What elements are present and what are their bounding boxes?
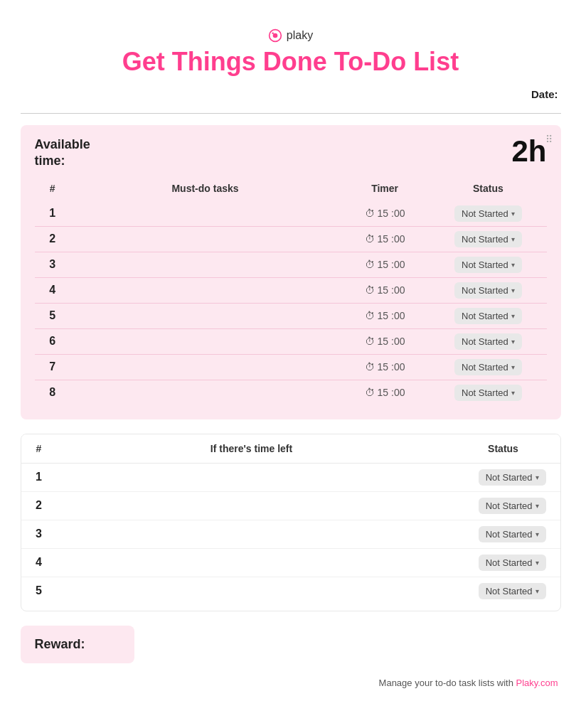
tl-task-cell[interactable]	[57, 577, 447, 605]
must-do-task-cell[interactable]	[70, 380, 340, 405]
must-do-timer-cell: ⏱ 15 :00	[340, 201, 430, 227]
time-left-row: 3 Not Started ▾	[21, 520, 560, 548]
status-badge[interactable]: Not Started ▾	[454, 385, 522, 401]
grid-icon: ⠿	[545, 134, 553, 145]
must-do-table: # Must-do tasks Timer Status 1 ⏱ 15 :00 …	[35, 178, 547, 405]
col-timer: Timer	[340, 178, 430, 201]
must-do-row: 5 ⏱ 15 :00 Not Started ▾	[35, 303, 547, 328]
must-do-task-cell[interactable]	[70, 277, 340, 303]
dropdown-arrow-icon: ▾	[511, 312, 515, 320]
must-do-row-num: 7	[35, 354, 71, 380]
tl-status-cell: Not Started ▾	[447, 491, 560, 520]
tl-dropdown-arrow-icon: ▾	[535, 530, 539, 538]
tl-dropdown-arrow-icon: ▾	[535, 473, 539, 481]
tl-task-cell[interactable]	[57, 548, 447, 577]
status-badge[interactable]: Not Started ▾	[454, 282, 522, 299]
tl-status-cell: Not Started ▾	[447, 520, 560, 548]
status-badge[interactable]: Not Started ▾	[454, 231, 522, 247]
status-badge[interactable]: Not Started ▾	[454, 333, 522, 350]
available-time-label: Available time:	[35, 136, 90, 170]
tl-status-badge[interactable]: Not Started ▾	[479, 498, 546, 514]
tl-dropdown-arrow-icon: ▾	[535, 587, 539, 595]
must-do-task-cell[interactable]	[70, 226, 340, 252]
dropdown-arrow-icon: ▾	[511, 338, 515, 346]
tl-status-badge[interactable]: Not Started ▾	[479, 469, 546, 486]
time-left-row: 1 Not Started ▾	[21, 463, 560, 491]
logo-area: plaky	[21, 28, 561, 43]
tl-dropdown-arrow-icon: ▾	[535, 502, 539, 510]
tl-status-badge[interactable]: Not Started ▾	[479, 526, 546, 542]
must-do-timer-cell: ⏱ 15 :00	[340, 226, 430, 252]
must-do-row-num: 8	[35, 380, 71, 405]
tl-status-badge[interactable]: Not Started ▾	[479, 583, 546, 599]
status-text: Not Started	[462, 362, 508, 373]
tl-row-num: 3	[21, 520, 57, 548]
must-do-status-cell: Not Started ▾	[430, 252, 546, 277]
must-do-task-cell[interactable]	[70, 328, 340, 354]
tl-task-cell[interactable]	[57, 463, 447, 491]
dropdown-arrow-icon: ▾	[511, 389, 515, 397]
must-do-status-cell: Not Started ▾	[430, 277, 546, 303]
must-do-status-cell: Not Started ▾	[430, 303, 546, 328]
tl-status-text: Not Started	[486, 472, 533, 483]
footer-link[interactable]: Plaky.com	[516, 678, 558, 688]
status-text: Not Started	[462, 234, 508, 245]
status-badge[interactable]: Not Started ▾	[454, 359, 522, 375]
must-do-task-cell[interactable]	[70, 354, 340, 380]
must-do-row: 4 ⏱ 15 :00 Not Started ▾	[35, 277, 547, 303]
must-do-timer-cell: ⏱ 15 :00	[340, 303, 430, 328]
time-left-row: 5 Not Started ▾	[21, 577, 560, 605]
dropdown-arrow-icon: ▾	[511, 210, 515, 218]
tl-task-cell[interactable]	[57, 491, 447, 520]
must-do-row-num: 3	[35, 252, 71, 277]
tl-row-num: 4	[21, 548, 57, 577]
col-status: Status	[430, 178, 546, 201]
must-do-row: 8 ⏱ 15 :00 Not Started ▾	[35, 380, 547, 405]
tl-row-num: 5	[21, 577, 57, 605]
must-do-row-num: 1	[35, 201, 71, 227]
time-left-row: 2 Not Started ▾	[21, 491, 560, 520]
must-do-row: 6 ⏱ 15 :00 Not Started ▾	[35, 328, 547, 354]
must-do-task-cell[interactable]	[70, 201, 340, 227]
must-do-row-num: 6	[35, 328, 71, 354]
tl-status-text: Not Started	[486, 586, 533, 596]
must-do-row-num: 2	[35, 226, 71, 252]
must-do-timer-cell: ⏱ 15 :00	[340, 380, 430, 405]
tl-status-cell: Not Started ▾	[447, 548, 560, 577]
tl-task-cell[interactable]	[57, 520, 447, 548]
must-do-status-cell: Not Started ▾	[430, 226, 546, 252]
col-tasks: Must-do tasks	[70, 178, 340, 201]
dropdown-arrow-icon: ▾	[511, 235, 515, 243]
must-do-timer-cell: ⏱ 15 :00	[340, 252, 430, 277]
tl-row-num: 1	[21, 463, 57, 491]
status-text: Not Started	[462, 259, 508, 270]
header: plaky Get Things Done To-Do List Date:	[21, 14, 561, 113]
must-do-timer-cell: ⏱ 15 :00	[340, 328, 430, 354]
status-badge[interactable]: Not Started ▾	[454, 257, 522, 273]
svg-point-1	[272, 33, 277, 38]
main-title: Get Things Done To-Do List	[21, 47, 561, 77]
must-do-status-cell: Not Started ▾	[430, 380, 546, 405]
tl-col-status: Status	[447, 434, 560, 464]
must-do-section: ⠿ Available time: 2h # Must-do tasks Tim…	[21, 125, 561, 419]
tl-row-num: 2	[21, 491, 57, 520]
footer-text: Manage your to-do task lists with	[379, 678, 516, 688]
dropdown-arrow-icon: ▾	[511, 287, 515, 294]
must-do-status-cell: Not Started ▾	[430, 354, 546, 380]
tl-status-cell: Not Started ▾	[447, 577, 560, 605]
status-badge[interactable]: Not Started ▾	[454, 205, 522, 222]
status-text: Not Started	[462, 387, 508, 398]
must-do-task-cell[interactable]	[70, 252, 340, 277]
must-do-row: 3 ⏱ 15 :00 Not Started ▾	[35, 252, 547, 277]
reward-section: Reward:	[21, 626, 134, 663]
status-text: Not Started	[462, 311, 508, 321]
tl-status-badge[interactable]: Not Started ▾	[479, 555, 546, 571]
must-do-row: 2 ⏱ 15 :00 Not Started ▾	[35, 226, 547, 252]
status-badge[interactable]: Not Started ▾	[454, 308, 522, 324]
dropdown-arrow-icon: ▾	[511, 363, 515, 371]
tl-status-text: Not Started	[486, 557, 533, 568]
tl-col-tasks: If there's time left	[57, 434, 447, 464]
must-do-task-cell[interactable]	[70, 303, 340, 328]
time-left-section: # If there's time left Status 1 Not Star…	[21, 434, 561, 611]
header-divider	[21, 113, 561, 114]
